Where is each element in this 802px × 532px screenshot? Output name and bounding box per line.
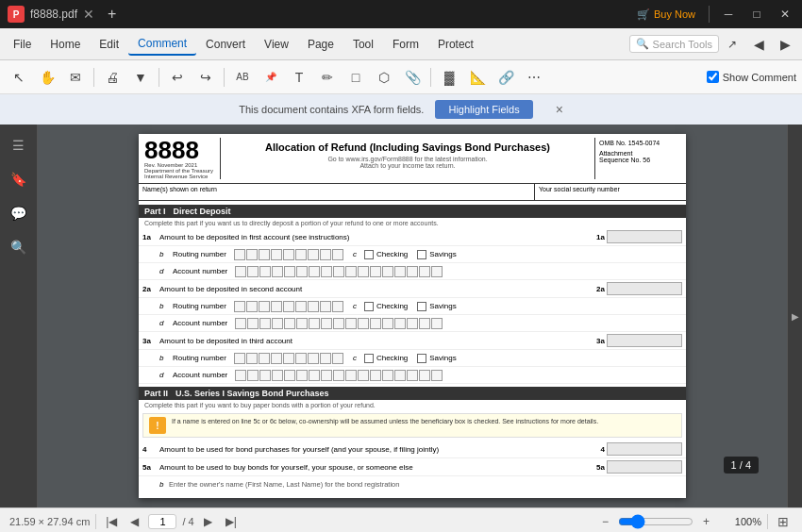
panel-icon-pages[interactable]: ☰: [6, 132, 32, 158]
routing-box[interactable]: [246, 301, 258, 312]
account-box-3[interactable]: [333, 370, 344, 381]
savings-checkbox-2[interactable]: [417, 302, 426, 311]
checking-checkbox[interactable]: [364, 250, 374, 259]
tab-close-btn[interactable]: ✕: [83, 7, 94, 22]
account-box-3[interactable]: [296, 370, 308, 381]
savings-checkbox-3[interactable]: [417, 354, 426, 363]
show-comment-checkbox[interactable]: [707, 71, 719, 83]
account-box[interactable]: [382, 266, 393, 277]
routing-box-3[interactable]: [234, 353, 245, 364]
routing-box[interactable]: [246, 249, 258, 260]
right-arrow-btn[interactable]: ▶: [792, 311, 799, 322]
zoom-slider[interactable]: [618, 514, 693, 529]
account-box-2[interactable]: [407, 318, 418, 329]
tool-email[interactable]: ✉: [62, 64, 89, 91]
savings-checkbox[interactable]: [417, 250, 426, 259]
tool-text[interactable]: T: [286, 64, 312, 91]
tool-print[interactable]: 🖨: [99, 64, 125, 91]
menu-convert[interactable]: Convert: [196, 34, 255, 55]
routing-box-3[interactable]: [283, 353, 294, 364]
account-box-2[interactable]: [431, 318, 443, 329]
routing-box[interactable]: [271, 249, 282, 260]
menu-form[interactable]: Form: [383, 34, 428, 55]
tool-highlight[interactable]: AB: [229, 64, 256, 91]
account-box[interactable]: [394, 266, 406, 277]
routing-box[interactable]: [320, 249, 331, 260]
row-5a-input[interactable]: [607, 460, 682, 474]
account-box-2[interactable]: [284, 318, 295, 329]
account-box-2[interactable]: [247, 318, 259, 329]
account-box[interactable]: [431, 266, 443, 277]
menu-home[interactable]: Home: [41, 34, 90, 55]
account-box-3[interactable]: [247, 370, 259, 381]
account-box-3[interactable]: [394, 370, 406, 381]
menu-protect[interactable]: Protect: [428, 34, 483, 55]
account-box[interactable]: [235, 266, 246, 277]
account-box-3[interactable]: [259, 370, 271, 381]
account-box[interactable]: [333, 266, 344, 277]
maximize-btn[interactable]: □: [744, 5, 770, 24]
new-tab-btn[interactable]: +: [100, 6, 124, 23]
account-box-3[interactable]: [358, 370, 369, 381]
highlight-fields-btn[interactable]: Highlight Fields: [435, 100, 532, 119]
menu-view[interactable]: View: [255, 34, 298, 55]
last-page-btn[interactable]: ▶|: [222, 513, 241, 530]
account-box-2[interactable]: [235, 318, 246, 329]
account-box[interactable]: [370, 266, 381, 277]
tool-note[interactable]: 📌: [258, 64, 284, 91]
first-page-btn[interactable]: |◀: [102, 513, 121, 530]
account-box-2[interactable]: [394, 318, 406, 329]
routing-box[interactable]: [234, 249, 245, 260]
tool-measure[interactable]: 📐: [464, 64, 491, 91]
menu-page[interactable]: Page: [298, 34, 343, 55]
tool-redact[interactable]: ▓: [436, 64, 462, 91]
row-3a-input[interactable]: [607, 334, 682, 347]
routing-box[interactable]: [308, 249, 319, 260]
panel-icon-comments[interactable]: 💬: [6, 200, 32, 226]
search-tools[interactable]: 🔍 Search Tools: [629, 35, 719, 53]
routing-box-3[interactable]: [308, 353, 319, 364]
account-box-3[interactable]: [431, 370, 443, 381]
tool-link[interactable]: 🔗: [493, 64, 519, 91]
zoom-in-btn[interactable]: +: [699, 513, 713, 530]
nav-fwd-btn[interactable]: ▶: [772, 31, 798, 58]
account-box-2[interactable]: [382, 318, 393, 329]
account-box[interactable]: [345, 266, 357, 277]
tool-shape[interactable]: □: [343, 64, 369, 91]
account-box-3[interactable]: [235, 370, 246, 381]
routing-box[interactable]: [283, 301, 294, 312]
account-box-3[interactable]: [370, 370, 381, 381]
routing-box-3[interactable]: [295, 353, 307, 364]
prev-page-btn[interactable]: ◀: [126, 513, 142, 530]
tool-cursor[interactable]: ↖: [6, 64, 32, 91]
menu-edit[interactable]: Edit: [90, 34, 128, 55]
routing-box-3[interactable]: [332, 353, 343, 364]
checking-checkbox-3[interactable]: [364, 354, 374, 363]
checking-checkbox-2[interactable]: [364, 302, 374, 311]
account-box[interactable]: [259, 266, 271, 277]
tool-hand[interactable]: ✋: [34, 64, 60, 91]
routing-box[interactable]: [283, 249, 294, 260]
tool-undo[interactable]: ↩: [164, 64, 191, 91]
account-box[interactable]: [358, 266, 369, 277]
routing-box[interactable]: [259, 301, 270, 312]
routing-box-3[interactable]: [320, 353, 331, 364]
tool-more[interactable]: ▼: [127, 64, 154, 91]
menu-file[interactable]: File: [4, 34, 41, 55]
row-1a-input[interactable]: [607, 230, 682, 243]
tool-more2[interactable]: ⋯: [521, 64, 547, 91]
zoom-out-btn[interactable]: −: [598, 513, 612, 530]
account-box-2[interactable]: [419, 318, 430, 329]
tool-draw[interactable]: ✏: [314, 64, 341, 91]
panel-icon-bookmarks[interactable]: 🔖: [6, 166, 32, 192]
buy-now-btn[interactable]: 🛒 Buy Now: [629, 8, 703, 21]
account-box-2[interactable]: [345, 318, 357, 329]
account-box-3[interactable]: [345, 370, 357, 381]
account-box[interactable]: [419, 266, 430, 277]
row-4-input[interactable]: [607, 442, 682, 456]
account-box-3[interactable]: [272, 370, 283, 381]
account-box[interactable]: [284, 266, 295, 277]
page-number-input[interactable]: [148, 514, 176, 529]
routing-box[interactable]: [259, 249, 270, 260]
menu-tool[interactable]: Tool: [343, 34, 383, 55]
